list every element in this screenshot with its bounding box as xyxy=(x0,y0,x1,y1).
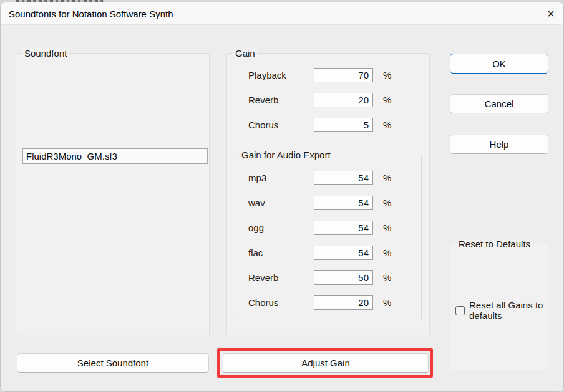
chorus-label: Chorus xyxy=(248,118,278,132)
export-row-mp3: mp3 % xyxy=(248,171,411,185)
export-row-wav: wav % xyxy=(248,196,411,210)
reverb-label: Reverb xyxy=(248,93,278,107)
percent-label: % xyxy=(383,68,391,82)
soundfont-group-label: Soundfont xyxy=(22,48,69,59)
reset-gains-checkbox-row: Reset all Gains to defaults xyxy=(455,300,544,321)
export-chorus-label: Chorus xyxy=(248,295,278,310)
export-chorus-gain-input[interactable] xyxy=(314,295,373,310)
percent-label: % xyxy=(383,93,391,107)
export-row-chorus: Chorus % xyxy=(248,295,411,310)
export-reverb-label: Reverb xyxy=(248,270,278,285)
flac-label: flac xyxy=(248,246,263,260)
export-row-reverb: Reverb % xyxy=(248,270,411,285)
soundfont-filename-field[interactable] xyxy=(22,148,208,164)
cancel-button[interactable]: Cancel xyxy=(450,94,548,113)
gain-row-chorus: Chorus % xyxy=(248,118,411,132)
soundfonts-dialog: Soundfonts for Notation Software Synth ✕… xyxy=(0,2,564,392)
export-reverb-gain-input[interactable] xyxy=(314,270,373,285)
close-button[interactable]: ✕ xyxy=(542,4,560,23)
percent-label: % xyxy=(383,270,391,285)
percent-label: % xyxy=(383,171,391,185)
ogg-label: ogg xyxy=(248,221,264,235)
reverb-gain-input[interactable] xyxy=(314,93,373,107)
mp3-label: mp3 xyxy=(248,171,266,185)
chorus-gain-input[interactable] xyxy=(314,118,373,132)
gain-group-label: Gain xyxy=(233,48,257,59)
select-soundfont-button[interactable]: Select Soundfont xyxy=(17,353,209,373)
percent-label: % xyxy=(383,295,391,310)
wav-gain-input[interactable] xyxy=(314,196,373,210)
screen: { "window": { "title": "Soundfonts for N… xyxy=(0,0,564,392)
ok-button[interactable]: OK xyxy=(450,54,548,74)
export-row-ogg: ogg % xyxy=(248,221,411,235)
percent-label: % xyxy=(383,246,391,260)
playback-label: Playback xyxy=(248,68,286,82)
help-button[interactable]: Help xyxy=(450,135,548,154)
reset-gains-checkbox-label: Reset all Gains to defaults xyxy=(469,300,544,321)
audio-export-gain-group-label: Gain for Audio Export xyxy=(240,150,333,160)
percent-label: % xyxy=(383,118,391,132)
gain-row-reverb: Reverb % xyxy=(248,93,411,107)
close-icon: ✕ xyxy=(547,8,555,20)
wav-label: wav xyxy=(248,196,265,210)
reset-gains-checkbox[interactable] xyxy=(455,306,465,315)
soundfont-group: Soundfont xyxy=(16,53,210,335)
dialog-title: Soundfonts for Notation Software Synth xyxy=(9,2,173,25)
ogg-gain-input[interactable] xyxy=(314,221,373,235)
percent-label: % xyxy=(383,221,391,235)
title-bar: Soundfonts for Notation Software Synth ✕ xyxy=(1,2,563,25)
gain-row-playback: Playback % xyxy=(248,68,411,82)
playback-gain-input[interactable] xyxy=(314,68,373,82)
export-row-flac: flac % xyxy=(248,246,411,260)
mp3-gain-input[interactable] xyxy=(314,171,373,185)
flac-gain-input[interactable] xyxy=(314,246,373,260)
reset-defaults-group-label: Reset to Defaults xyxy=(457,239,532,249)
adjust-gain-button[interactable]: Adjust Gain xyxy=(223,353,429,373)
percent-label: % xyxy=(383,196,391,210)
